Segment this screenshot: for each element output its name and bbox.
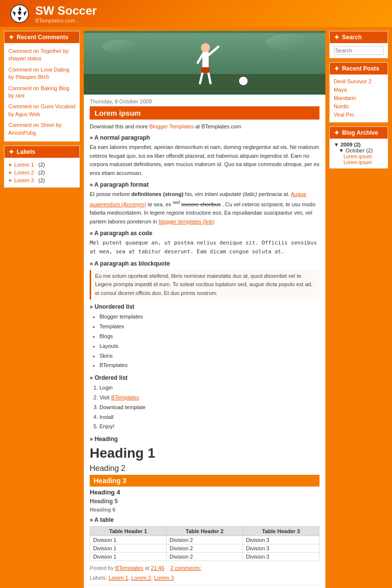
archive-content: ▼ 2009 (2) ▼ October (2) Lorem ipsum Lor…	[330, 139, 388, 168]
recent-posts-widget: ✦ Recent Posts Devil Survivor 2 Maya Man…	[329, 62, 388, 122]
section-heading: » A paragraph as code	[90, 230, 319, 237]
blog-templates-link[interactable]: blogger templates (link)	[159, 219, 215, 224]
author-link[interactable]: BTemplates	[115, 565, 143, 571]
list-item: Comment on Love Dating by Pitaspiro BHS	[8, 65, 75, 83]
recent-posts-list: Devil Survivor 2 Maya Mandarin Nordic Vi…	[334, 77, 384, 119]
table-row: Division 1 Division 2 Division 3	[90, 553, 319, 561]
archive-year[interactable]: ▼ 2009 (2)	[334, 142, 384, 147]
blogger-templates-link[interactable]: Blogger Templates	[149, 123, 194, 129]
list-item: Devil Survivor 2	[334, 77, 384, 86]
list-item: Comment on Gumi Vocaloid by Agus Web	[8, 101, 75, 120]
labels-content: Lorem 1 (2) Lorem 2 (2) Lorem 3 (2)	[4, 158, 79, 187]
svg-rect-10	[202, 51, 209, 70]
list-item: Mandarin	[334, 94, 384, 102]
list-item: Visit BTemplates	[99, 393, 319, 403]
table-row: Division 1 Division 2 Division 3	[90, 536, 319, 544]
list-item: Templates	[99, 322, 319, 332]
svg-point-8	[102, 40, 138, 53]
search-title: ✦ Search	[330, 31, 388, 43]
section-heading: » Heading	[90, 436, 319, 442]
post-h1: Heading 1	[90, 445, 319, 461]
labels-widget: ✦ Labels Lorem 1 (2) Lorem 2 (2) Lorem 3…	[4, 146, 80, 188]
site-tagline: BTemplates.com ...	[35, 18, 97, 24]
svg-rect-7	[84, 74, 325, 92]
content-table: Table Header 1 Table Header 2 Table Head…	[90, 526, 319, 561]
star-icon: ✦	[334, 33, 340, 41]
star-icon: ✦	[8, 148, 14, 156]
list-item: BTemplates	[99, 361, 319, 370]
normal-para: Ea eam labores imperdiet, apeirian democ…	[90, 143, 319, 177]
list-item: Comment on Shinri by AmishPubg	[8, 120, 75, 138]
btemplates-link[interactable]: BTemplates	[111, 394, 139, 400]
search-widget: ✦ Search	[329, 31, 388, 58]
list-item: Lorem ipsum	[334, 159, 384, 165]
sidebar-left: ✦ Recent Comments Comment on Together by…	[4, 31, 80, 588]
section-heading: » A paragraph as blockquote	[90, 260, 319, 267]
site-logo-icon	[10, 4, 29, 24]
post-title: Lorem ipsum	[90, 106, 319, 120]
list-item: Viral Pro	[334, 111, 384, 119]
table-header: Table Header 3	[243, 527, 319, 536]
post-download: Download this and more Blogger Templates…	[90, 123, 319, 129]
svg-point-9	[266, 34, 312, 50]
list-item: Lorem 2 (2)	[8, 169, 75, 176]
blockquote: Eu me solum oporteat eleifend, libris no…	[90, 270, 319, 300]
list-item: Blogs	[99, 332, 319, 342]
list-item: Layouts	[99, 342, 319, 351]
list-item: Lorem 1 (2)	[8, 161, 75, 169]
section-heading: » A table	[90, 516, 319, 523]
svg-point-11	[201, 43, 210, 52]
table-row: Division 1 Division 2 Division 3	[90, 544, 319, 553]
labels-title: ✦ Labels	[4, 146, 79, 158]
timestamp-link[interactable]: 21:46	[151, 565, 165, 571]
recent-comments-title: ✦ Recent Comments	[4, 31, 79, 43]
hero-svg	[84, 31, 325, 95]
hero-image	[84, 31, 325, 95]
unordered-list: Blogger templates Templates Blogs Layout…	[99, 312, 319, 370]
site-title: SW Soccer	[35, 4, 97, 18]
table-header: Table Header 1	[90, 527, 167, 536]
comments-link[interactable]: 2 comments:	[171, 565, 201, 571]
label-link[interactable]: Lorem 1	[109, 575, 128, 581]
section-heading: » Unordered list	[90, 303, 319, 310]
list-item: Lorem ipsum	[334, 153, 384, 159]
main-content: Thursday, 8 October 2009 Lorem ipsum Dow…	[84, 31, 325, 588]
list-item: Nordic	[334, 102, 384, 111]
star-icon: ✦	[334, 129, 340, 137]
sidebar-right: ✦ Search ✦ Recent Posts Devil Survivor 2…	[329, 31, 388, 588]
label-link[interactable]: Lorem 3	[154, 575, 174, 581]
section-heading: » A normal paragraph	[90, 134, 319, 141]
blog-archive-title: ✦ Blog Archive	[330, 127, 388, 139]
site-header: SW Soccer BTemplates.com ...	[0, 0, 392, 27]
divider	[90, 585, 319, 585]
recent-comments-content: Comment on Together by shayari status Co…	[4, 43, 79, 141]
recent-posts-content: Devil Survivor 2 Maya Mandarin Nordic Vi…	[330, 74, 388, 122]
list-item: Maya	[334, 86, 384, 94]
recent-comments-widget: ✦ Recent Comments Comment on Together by…	[4, 31, 80, 142]
svg-point-17	[239, 76, 248, 86]
star-icon: ✦	[334, 65, 340, 73]
post-date: Thursday, 8 October 2009	[90, 98, 319, 104]
list-item: Download template	[99, 403, 319, 413]
star-icon: ✦	[8, 33, 14, 41]
post-h6: Heading 6	[90, 507, 319, 513]
section-heading: » A paragraph format	[90, 181, 319, 188]
label-link[interactable]: Lorem 2	[131, 575, 151, 581]
post-h4: Heading 4	[90, 489, 319, 496]
page-wrapper: ✦ Recent Comments Comment on Together by…	[0, 27, 392, 588]
code-para: Mel putent quaeque an, ut postea nelius …	[90, 239, 319, 256]
list-item: Install	[99, 413, 319, 422]
post-container: Thursday, 8 October 2009 Lorem ipsum Dow…	[84, 95, 325, 588]
post-h3: Heading 3	[90, 475, 319, 487]
post-h2: Heading 2	[90, 464, 319, 473]
list-item: Blogger templates	[99, 312, 319, 322]
list-item: Login	[99, 383, 319, 393]
recent-posts-title: ✦ Recent Posts	[330, 63, 388, 74]
search-input[interactable]	[334, 46, 384, 55]
archive-month[interactable]: ▼ October (2)	[334, 147, 384, 153]
svg-rect-16	[201, 67, 210, 73]
list-item: Lorem 3 (2)	[8, 176, 75, 184]
list-item: Enjoy!	[99, 422, 319, 432]
ordered-list: Login Visit BTemplates Download template…	[99, 383, 319, 432]
section-heading: » Ordered list	[90, 374, 319, 381]
